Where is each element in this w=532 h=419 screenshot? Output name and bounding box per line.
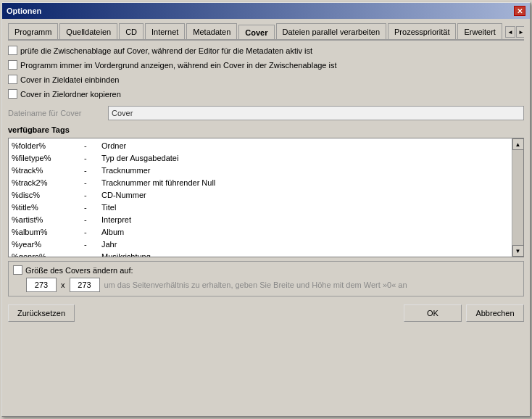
resize-section: Größe des Covers ändern auf: x um das Se… xyxy=(8,261,524,296)
tab-bar: Programm Quelldateien CD Internet Metada… xyxy=(8,23,524,41)
tags-scrollbar: ▲ ▼ xyxy=(512,138,523,257)
tab-quelldateien[interactable]: Quelldateien xyxy=(59,23,117,39)
checkbox-3[interactable] xyxy=(8,75,17,84)
tab-prozess[interactable]: Prozesspriorität xyxy=(388,23,456,39)
tab-dateien[interactable]: Dateien parallel verarbeiten xyxy=(276,23,387,39)
tab-cover[interactable]: Cover xyxy=(238,25,274,41)
checkbox-row-4: Cover in Zielordner kopieren xyxy=(8,88,524,99)
filename-row: Dateiname für Cover xyxy=(8,106,524,120)
resize-x-label: x xyxy=(61,281,65,289)
window-title: Optionen xyxy=(7,7,41,15)
checkbox-1[interactable] xyxy=(8,46,17,55)
tab-metadaten[interactable]: Metadaten xyxy=(186,23,237,39)
tags-section-label: verfügbare Tags xyxy=(8,125,524,134)
main-panel: prüfe die Zwischenablage auf Cover, währ… xyxy=(8,45,524,410)
resize-hint: um das Seitenverhältnis zu erhalten, geb… xyxy=(104,281,407,289)
list-item: %disc% - CD-Nummer xyxy=(12,189,509,201)
tab-scroll-left[interactable]: ◄ xyxy=(505,26,515,38)
checkbox-label-4: Cover in Zielordner kopieren xyxy=(20,90,121,99)
checkbox-2[interactable] xyxy=(8,60,17,70)
list-item: %track2% - Tracknummer mit führender Nul… xyxy=(12,177,509,188)
resize-height-input[interactable] xyxy=(70,278,100,292)
list-item: %album% - Album xyxy=(12,226,509,238)
tab-cd[interactable]: CD xyxy=(119,23,144,39)
tab-internet[interactable]: Internet xyxy=(145,23,185,39)
window-content: Programm Quelldateien CD Internet Metada… xyxy=(2,19,530,416)
list-item: %track% - Tracknummer xyxy=(12,165,509,176)
resize-inputs-row: x um das Seitenverhältnis zu erhalten, g… xyxy=(13,278,519,292)
tab-erweitert[interactable]: Erweitert xyxy=(457,23,502,39)
list-item: %title% - Titel xyxy=(12,202,509,213)
list-item: %year% - Jahr xyxy=(12,238,509,250)
list-item: %genre% - Musikrichtung xyxy=(12,251,509,257)
bottom-bar: Zurücksetzen OK Abbrechen xyxy=(8,300,524,322)
resize-checkbox-label: Größe des Covers ändern auf: xyxy=(25,266,133,275)
tags-list: %folder% - Ordner %filetype% - Typ der A… xyxy=(12,140,509,257)
checkbox-row-2: Programm immer im Vordergrund anzeigen, … xyxy=(8,59,524,70)
checkbox-label-1: prüfe die Zwischenablage auf Cover, währ… xyxy=(20,46,312,55)
options-window: Optionen ✕ Programm Quelldateien CD Inte… xyxy=(1,2,531,417)
resize-checkbox[interactable] xyxy=(13,265,22,275)
checkbox-row-3: Cover in Zieldatei einbinden xyxy=(8,74,524,85)
filename-label: Dateiname für Cover xyxy=(8,109,102,117)
tags-container: %folder% - Ordner %filetype% - Typ der A… xyxy=(8,138,524,257)
tab-scroll-controls: ◄ ► xyxy=(505,26,524,38)
list-item: %filetype% - Typ der Ausgabedatei xyxy=(12,152,509,164)
reset-button[interactable]: Zurücksetzen xyxy=(8,304,75,322)
scroll-track[interactable] xyxy=(513,150,523,245)
checkbox-row-1: prüfe die Zwischenablage auf Cover, währ… xyxy=(8,45,524,56)
resize-checkbox-row: Größe des Covers ändern auf: xyxy=(13,265,519,275)
list-item: %artist% - Interpret xyxy=(12,214,509,225)
resize-width-input[interactable] xyxy=(26,278,57,292)
tags-content: %folder% - Ordner %filetype% - Typ der A… xyxy=(9,138,512,257)
cancel-button[interactable]: Abbrechen xyxy=(466,304,524,322)
checkbox-label-3: Cover in Zieldatei einbinden xyxy=(20,75,119,84)
scroll-down-button[interactable]: ▼ xyxy=(512,245,524,257)
tab-programm[interactable]: Programm xyxy=(8,23,58,39)
scroll-up-button[interactable]: ▲ xyxy=(512,138,524,150)
close-button[interactable]: ✕ xyxy=(514,6,525,16)
list-item: %folder% - Ordner xyxy=(12,140,509,152)
title-bar: Optionen ✕ xyxy=(2,3,530,19)
ok-button[interactable]: OK xyxy=(404,304,462,322)
checkbox-4[interactable] xyxy=(8,89,17,99)
ok-cancel-group: OK Abbrechen xyxy=(404,304,524,322)
checkbox-label-2: Programm immer im Vordergrund anzeigen, … xyxy=(20,61,337,70)
tab-scroll-right[interactable]: ► xyxy=(516,26,524,38)
filename-input[interactable] xyxy=(108,106,524,120)
